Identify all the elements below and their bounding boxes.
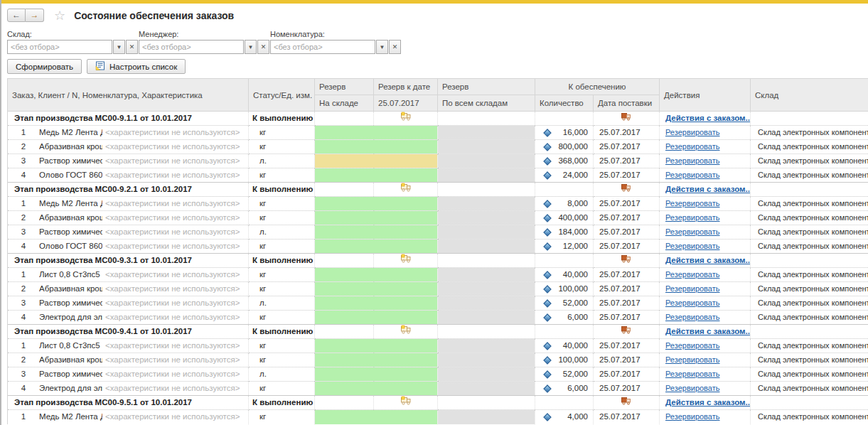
- table-row[interactable]: 4 Электрод для элек... <характеристики н…: [8, 311, 868, 325]
- filter-manager-input[interactable]: [139, 40, 244, 54]
- row-number: 4: [8, 382, 39, 395]
- table-row[interactable]: 1 Лист 0,8 Ст3пс5 <характеристики не исп…: [8, 339, 868, 353]
- reserve-link[interactable]: Резервировать: [665, 128, 719, 136]
- table-row[interactable]: 2 Абразивная крошк... <характеристики не…: [8, 140, 868, 154]
- group-status: К выполнению: [249, 112, 315, 126]
- table-group-row[interactable]: Этап производства МС00-9.4.1 от 10.01.20…: [8, 325, 868, 339]
- table-row[interactable]: 1 Медь М2 Лента Д... <характеристики не …: [8, 410, 868, 424]
- table-row[interactable]: 3 Раствор химическ... <характеристики не…: [8, 367, 868, 382]
- reserve-link[interactable]: Резервировать: [665, 284, 719, 293]
- row-number: 1: [8, 268, 39, 281]
- col-reserve-header[interactable]: Резерв: [315, 79, 374, 95]
- reserve-link[interactable]: Резервировать: [665, 298, 719, 307]
- row-unit: кг: [249, 339, 315, 353]
- reserve-truck-icon: [400, 398, 412, 407]
- table-row[interactable]: 1 Медь М2 Лента Д... <характеристики не …: [8, 126, 868, 140]
- row-warehouse: Склад электронных компонентов: [751, 296, 868, 311]
- table-group-row[interactable]: Этап производства МС00-9.5.1 от 10.01.20…: [8, 396, 868, 410]
- reserve-link[interactable]: Резервировать: [665, 242, 719, 250]
- row-supply-date: 25.07.2017: [594, 296, 660, 311]
- table-row[interactable]: 3 Раствор химическ... <характеристики не…: [8, 296, 868, 311]
- table-row[interactable]: 3 Раствор химическ... <характеристики не…: [8, 154, 868, 168]
- table-row[interactable]: 4 Олово ГОСТ 860-75 <характеристики не и…: [8, 240, 868, 254]
- reserve-date-cell: [374, 339, 438, 353]
- forward-button[interactable]: →: [26, 9, 44, 22]
- col-reserve-all-header[interactable]: Резерв: [438, 79, 535, 95]
- row-characteristic: <характеристики не используются>: [102, 311, 240, 324]
- reserve-link[interactable]: Резервировать: [665, 384, 719, 392]
- filter-nomenclature: Номенклатура: ▼ ✕: [270, 30, 401, 54]
- reserve-link[interactable]: Резервировать: [665, 355, 719, 364]
- generate-button[interactable]: Сформировать: [7, 59, 82, 74]
- filter-nomenclature-input[interactable]: [270, 40, 375, 54]
- table-row[interactable]: 3 Раствор химическ... <характеристики не…: [8, 225, 868, 240]
- configure-list-button[interactable]: Настроить список: [87, 59, 186, 74]
- group-actions-link[interactable]: Действия с заказом...: [665, 327, 751, 335]
- row-supply-date: 25.07.2017: [594, 353, 660, 367]
- group-actions-link[interactable]: Действия с заказом...: [665, 398, 751, 407]
- row-nomenclature: Лист 0,8 Ст3пс5: [39, 339, 102, 353]
- reserve-link[interactable]: Резервировать: [665, 171, 719, 179]
- filter-nomenclature-dropdown-icon[interactable]: ▼: [376, 40, 388, 54]
- col-reserve-date-sub-header[interactable]: 25.07.2017: [374, 95, 438, 112]
- reserve-link[interactable]: Резервировать: [665, 341, 719, 350]
- reserve-link[interactable]: Резервировать: [665, 199, 719, 208]
- filter-manager-dropdown-icon[interactable]: ▼: [245, 40, 257, 54]
- table-row[interactable]: 2 Абразивная крошк... <характеристики не…: [8, 353, 868, 367]
- filter-warehouse-dropdown-icon[interactable]: ▼: [113, 40, 125, 54]
- group-actions-link[interactable]: Действия с заказом...: [665, 114, 751, 122]
- row-unit: л.: [249, 367, 315, 382]
- table-row[interactable]: 1 Лист 0,8 Ст3пс5 <характеристики не исп…: [8, 268, 868, 282]
- row-quantity: 4,000: [567, 410, 588, 424]
- reserve-link[interactable]: Резервировать: [665, 313, 719, 321]
- table-group-row[interactable]: Этап производства МС00-9.2.1 от 10.01.20…: [8, 183, 868, 197]
- table-group-row[interactable]: Этап производства МС00-9.3.1 от 10.01.20…: [8, 254, 868, 268]
- reserve-date-cell: [374, 311, 438, 325]
- reserve-store-cell: [315, 382, 374, 396]
- reserve-store-cell: [315, 168, 374, 183]
- reserve-link[interactable]: Резервировать: [665, 270, 719, 279]
- toolbar: Сформировать Настроить список: [7, 59, 186, 74]
- table-row[interactable]: 4 Электрод для элек... <характеристики н…: [8, 382, 868, 396]
- reserve-store-cell: [315, 282, 374, 296]
- col-reserve-sub-header[interactable]: На складе: [315, 95, 374, 112]
- row-nomenclature: Раствор химическ...: [39, 296, 102, 310]
- group-actions-link[interactable]: Действия с заказом...: [665, 185, 751, 193]
- reserve-link[interactable]: Резервировать: [665, 227, 719, 236]
- reserve-link[interactable]: Резервировать: [665, 370, 719, 378]
- table-body: Этап производства МС00-9.1.1 от 10.01.20…: [8, 112, 868, 424]
- group-actions-link[interactable]: Действия с заказом...: [665, 256, 751, 264]
- reserve-link[interactable]: Резервировать: [665, 142, 719, 151]
- filter-warehouse-input[interactable]: [7, 40, 112, 54]
- favorite-star-icon[interactable]: ☆: [54, 9, 65, 22]
- reserve-link[interactable]: Резервировать: [665, 412, 719, 421]
- table-row[interactable]: 2 Абразивная крошк... <характеристики не…: [8, 211, 868, 225]
- col-order-header[interactable]: Заказ, Клиент / N, Номенклатура, Характе…: [8, 79, 249, 112]
- table-row[interactable]: 1 Медь М2 Лента Д... <характеристики не …: [8, 197, 868, 211]
- col-supply-header[interactable]: К обеспечению: [535, 79, 660, 95]
- reserve-date-cell: [374, 240, 438, 254]
- table-row[interactable]: 2 Абразивная крошк... <характеристики не…: [8, 282, 868, 296]
- col-reserve-all-sub-header[interactable]: По всем складам: [438, 95, 535, 112]
- col-reserve-date-header[interactable]: Резерв к дате: [374, 79, 438, 95]
- table-group-row[interactable]: Этап производства МС00-9.1.1 от 10.01.20…: [8, 112, 868, 126]
- row-nomenclature: Абразивная крошк...: [39, 140, 102, 154]
- row-characteristic: <характеристики не используются>: [102, 296, 240, 310]
- reserve-link[interactable]: Резервировать: [665, 156, 719, 165]
- col-supply-qty-header[interactable]: Количество: [535, 95, 594, 112]
- col-warehouse-header[interactable]: Склад: [751, 79, 868, 112]
- filter-manager-clear-icon[interactable]: ✕: [257, 40, 269, 54]
- col-supply-date-header[interactable]: Дата поставки: [594, 95, 660, 112]
- row-warehouse: Склад электронных компонентов: [751, 282, 868, 296]
- filter-nomenclature-clear-icon[interactable]: ✕: [389, 40, 401, 54]
- filter-warehouse-clear-icon[interactable]: ✕: [126, 40, 138, 54]
- back-button[interactable]: ←: [7, 9, 26, 22]
- row-characteristic: <характеристики не используются>: [102, 211, 240, 225]
- col-status-header[interactable]: Статус/Ед. изм.: [249, 79, 315, 112]
- table-row[interactable]: 4 Олово ГОСТ 860-75 <характеристики не и…: [8, 168, 868, 183]
- reserve-all-cell: [438, 154, 535, 168]
- row-number: 1: [8, 197, 39, 210]
- col-actions-header[interactable]: Действия: [660, 79, 751, 112]
- reserve-link[interactable]: Резервировать: [665, 213, 719, 222]
- reserve-date-cell: [374, 382, 438, 396]
